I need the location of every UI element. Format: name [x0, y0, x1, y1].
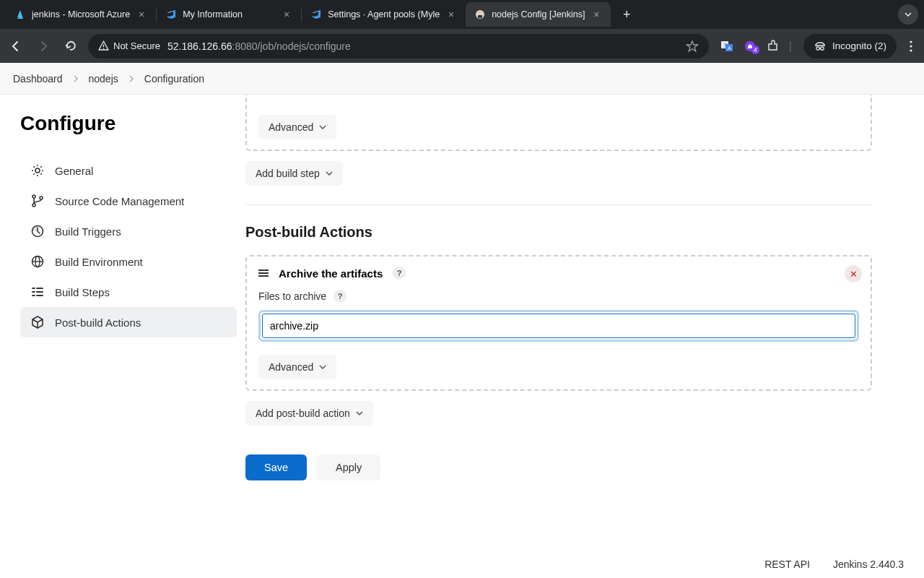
back-button[interactable]	[6, 36, 26, 56]
field-input-focus-ring	[258, 310, 859, 342]
svg-point-11	[821, 46, 824, 49]
extensions-icon[interactable]	[767, 40, 779, 52]
tab-devops-1[interactable]: My Information ×	[157, 2, 301, 27]
sidebar-item-label: Build Environment	[55, 256, 143, 268]
azuredevops-icon	[310, 9, 322, 20]
reload-button[interactable]	[61, 36, 81, 56]
sidebar-item-label: Build Steps	[55, 286, 110, 298]
incognito-indicator[interactable]: Incognito (2)	[803, 34, 897, 59]
advanced-button[interactable]: Advanced	[258, 115, 336, 139]
sidebar-item-build-steps[interactable]: Build Steps	[20, 277, 237, 307]
svg-point-12	[910, 40, 912, 43]
url-box[interactable]: Not Secure 52.186.126.66:8080/job/nodejs…	[88, 34, 709, 59]
breadcrumb-nodejs[interactable]: nodejs	[89, 73, 118, 85]
sidebar-item-environment[interactable]: Build Environment	[20, 246, 237, 277]
chevron-right-icon	[128, 75, 134, 82]
chevron-down-icon	[356, 411, 363, 415]
steps-icon	[30, 285, 45, 299]
close-icon[interactable]: ×	[281, 9, 292, 20]
add-build-step-button[interactable]: Add build step	[245, 161, 343, 186]
close-icon[interactable]: ×	[136, 9, 147, 20]
branch-icon	[30, 194, 45, 208]
close-icon[interactable]: ×	[590, 9, 602, 20]
sidebar-item-post-build[interactable]: Post-build Actions	[20, 307, 237, 337]
svg-point-15	[35, 168, 40, 173]
breadcrumb: Dashboard nodejs Configuration	[0, 63, 924, 95]
help-icon[interactable]: ?	[393, 267, 406, 280]
globe-icon	[30, 254, 45, 269]
svg-point-17	[32, 204, 35, 207]
not-secure-label: Not Secure	[113, 40, 160, 51]
sidebar-item-scm[interactable]: Source Code Management	[20, 186, 237, 216]
azure-icon	[14, 9, 26, 20]
tab-devops-2[interactable]: Settings · Agent pools (Myle ×	[302, 2, 466, 27]
help-icon[interactable]: ?	[334, 290, 346, 303]
sidebar-item-general[interactable]: General	[20, 155, 237, 186]
svg-point-18	[40, 197, 43, 199]
new-tab-button[interactable]: +	[616, 4, 637, 25]
incognito-label: Incognito (2)	[832, 40, 886, 51]
build-step-box-partial: Advanced	[245, 95, 872, 151]
svg-text:A: A	[728, 46, 731, 51]
gear-icon	[30, 163, 45, 178]
box-title: Archive the artifacts	[279, 267, 383, 280]
content: Advanced Add build step Post-build Actio…	[245, 95, 924, 549]
tab-azure[interactable]: jenkins - Microsoft Azure ×	[6, 2, 156, 27]
extension-badge-icon[interactable]: 4	[744, 40, 757, 53]
forward-button[interactable]	[33, 36, 53, 56]
chevron-down-icon	[319, 125, 326, 129]
chevron-down-icon	[319, 365, 326, 369]
sidebar: Configure General Source Code Management…	[0, 95, 245, 549]
svg-point-10	[816, 46, 819, 49]
advanced-button[interactable]: Advanced	[258, 355, 336, 379]
breadcrumb-configuration[interactable]: Configuration	[144, 73, 204, 85]
browser-chrome: jenkins - Microsoft Azure × My Informati…	[0, 0, 924, 63]
remove-step-button[interactable]: ✕	[845, 265, 862, 282]
sidebar-item-triggers[interactable]: Build Triggers	[20, 216, 237, 246]
action-row: Save Apply	[245, 454, 872, 480]
section-title-post-build: Post-build Actions	[245, 224, 872, 241]
drag-handle-icon[interactable]	[258, 269, 269, 277]
svg-point-14	[910, 49, 912, 51]
bookmark-star-icon[interactable]	[686, 40, 699, 53]
extension-icons: 文A 4 |	[716, 40, 796, 53]
add-post-build-action-button[interactable]: Add post-build action	[245, 401, 373, 426]
profile-button[interactable]	[898, 4, 918, 25]
sidebar-item-label: General	[55, 165, 93, 177]
not-secure-indicator[interactable]: Not Secure	[98, 40, 160, 51]
svg-rect-2	[478, 15, 482, 18]
page-title: Configure	[20, 112, 237, 135]
url-text: 52.186.126.66:8080/job/nodejs/configure	[167, 40, 351, 52]
apply-button[interactable]: Apply	[317, 454, 380, 480]
close-icon[interactable]: ×	[445, 9, 457, 20]
tab-title: jenkins - Microsoft Azure	[32, 9, 130, 20]
tab-title: Settings · Agent pools (Myle	[328, 9, 440, 20]
tab-title: My Information	[183, 9, 275, 20]
translate-icon[interactable]: 文A	[720, 40, 733, 53]
address-bar: Not Secure 52.186.126.66:8080/job/nodejs…	[0, 29, 924, 63]
breadcrumb-dashboard[interactable]: Dashboard	[13, 73, 63, 85]
jenkins-icon	[474, 9, 486, 20]
sidebar-item-label: Source Code Management	[55, 195, 184, 207]
svg-point-16	[32, 195, 35, 198]
tab-jenkins[interactable]: nodejs Config [Jenkins] ×	[466, 2, 611, 27]
sidebar-item-label: Build Triggers	[55, 225, 121, 238]
tab-title: nodejs Config [Jenkins]	[492, 9, 585, 20]
rest-api-link[interactable]: REST API	[764, 558, 810, 570]
save-button[interactable]: Save	[245, 454, 307, 480]
svg-point-4	[103, 48, 105, 49]
chevron-down-icon	[326, 171, 333, 176]
azuredevops-icon	[165, 9, 177, 20]
badge-count: 4	[751, 46, 759, 54]
browser-menu-icon[interactable]	[904, 40, 918, 52]
main: Configure General Source Code Management…	[0, 95, 924, 549]
chevron-right-icon	[73, 75, 79, 82]
sidebar-item-label: Post-build Actions	[55, 316, 141, 329]
svg-point-1	[479, 12, 482, 15]
files-to-archive-input[interactable]	[262, 314, 855, 338]
field-label-files: Files to archive ?	[258, 290, 859, 303]
package-icon	[30, 315, 45, 329]
incognito-icon	[814, 40, 827, 53]
footer: REST API Jenkins 2.440.3	[0, 549, 924, 578]
jenkins-version: Jenkins 2.440.3	[833, 558, 904, 570]
